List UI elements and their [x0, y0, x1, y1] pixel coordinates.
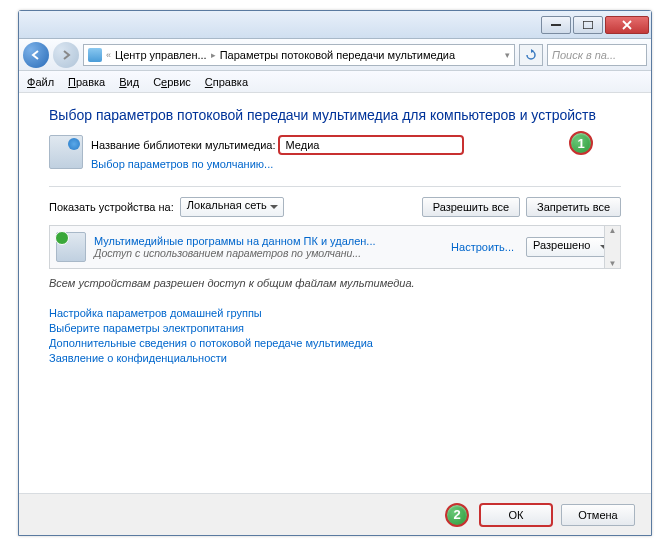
links-section: Настройка параметров домашней группы Выб…	[49, 307, 621, 364]
customize-link[interactable]: Настроить...	[451, 241, 514, 253]
show-row: Показать устройства на: Локальная сеть Р…	[49, 197, 621, 217]
device-subtitle: Доступ с использованием параметров по ум…	[94, 247, 443, 259]
back-button[interactable]	[23, 42, 49, 68]
permission-select[interactable]: Разрешено	[526, 237, 614, 257]
scroll-up-icon[interactable]: ▲	[609, 226, 617, 235]
close-button[interactable]	[605, 16, 649, 34]
show-label: Показать устройства на:	[49, 201, 174, 213]
maximize-button[interactable]	[573, 16, 603, 34]
device-icon	[56, 232, 86, 262]
more-info-link[interactable]: Дополнительные сведения о потоковой пере…	[49, 337, 621, 349]
scroll-down-icon[interactable]: ▼	[609, 259, 617, 268]
search-input[interactable]: Поиск в па...	[547, 44, 647, 66]
library-icon	[49, 135, 83, 169]
menu-file[interactable]: Файл	[27, 76, 54, 88]
device-title[interactable]: Мультимедийные программы на данном ПК и …	[94, 235, 443, 247]
navbar: « Центр управлен... ▸ Параметры потоково…	[19, 39, 651, 71]
window: « Центр управлен... ▸ Параметры потоково…	[18, 10, 652, 536]
titlebar	[19, 11, 651, 39]
homegroup-link[interactable]: Настройка параметров домашней группы	[49, 307, 621, 319]
ok-button[interactable]: ОК	[479, 503, 553, 527]
scrollbar[interactable]: ▲▼	[604, 226, 620, 268]
library-row: Название библиотеки мультимедиа: 1 Выбор…	[49, 135, 621, 170]
block-all-button[interactable]: Запретить все	[526, 197, 621, 217]
dropdown-icon[interactable]: ▾	[505, 50, 510, 60]
allow-all-button[interactable]: Разрешить все	[422, 197, 520, 217]
menubar: Файл Правка Вид Сервис Справка	[19, 71, 651, 93]
svg-rect-1	[583, 21, 593, 29]
library-name-input[interactable]	[278, 135, 464, 155]
breadcrumb-current[interactable]: Параметры потоковой передачи мультимедиа	[220, 49, 455, 61]
status-text: Всем устройствам разрешен доступ к общим…	[49, 277, 621, 289]
menu-view[interactable]: Вид	[119, 76, 139, 88]
search-placeholder: Поиск в па...	[552, 49, 616, 61]
scope-select[interactable]: Локальная сеть	[180, 197, 284, 217]
power-link[interactable]: Выберите параметры электропитания	[49, 322, 621, 334]
library-label: Название библиотеки мультимедиа:	[91, 139, 276, 151]
minimize-button[interactable]	[541, 16, 571, 34]
crumb-sep-icon: «	[106, 50, 111, 60]
footer: 2 ОК Отмена	[19, 493, 651, 535]
svg-rect-0	[551, 24, 561, 26]
breadcrumb-parent[interactable]: Центр управлен...	[115, 49, 207, 61]
chevron-right-icon: ▸	[211, 50, 216, 60]
device-list: Мультимедийные программы на данном ПК и …	[49, 225, 621, 269]
address-bar[interactable]: « Центр управлен... ▸ Параметры потоково…	[83, 44, 515, 66]
page-title: Выбор параметров потоковой передачи муль…	[49, 107, 621, 123]
content: Выбор параметров потоковой передачи муль…	[19, 93, 651, 493]
divider	[49, 186, 621, 187]
cancel-button[interactable]: Отмена	[561, 504, 635, 526]
forward-button[interactable]	[53, 42, 79, 68]
defaults-link[interactable]: Выбор параметров по умолчанию...	[91, 158, 273, 170]
menu-help[interactable]: Справка	[205, 76, 248, 88]
menu-edit[interactable]: Правка	[68, 76, 105, 88]
annotation-badge-2: 2	[445, 503, 469, 527]
control-panel-icon	[88, 48, 102, 62]
menu-tools[interactable]: Сервис	[153, 76, 191, 88]
annotation-badge-1: 1	[569, 131, 593, 155]
refresh-button[interactable]	[519, 44, 543, 66]
privacy-link[interactable]: Заявление о конфиденциальности	[49, 352, 621, 364]
